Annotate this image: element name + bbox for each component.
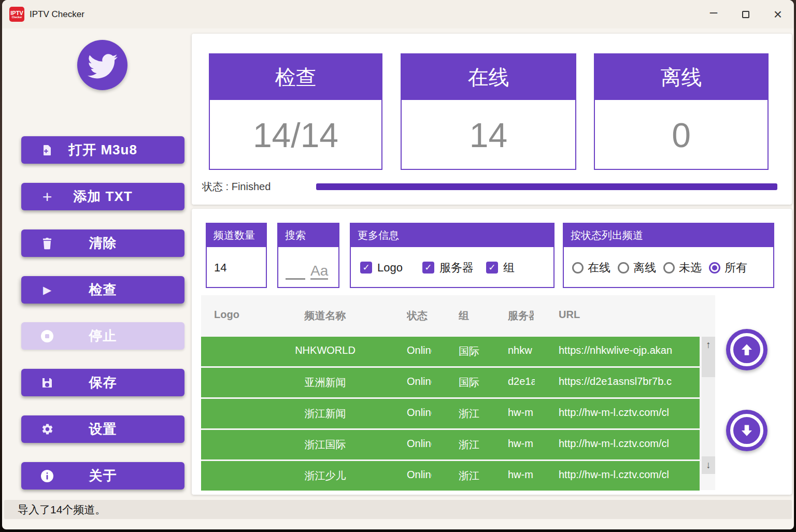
arrow-down-circle-icon [730,414,763,447]
cell-url: https://nhkwlive-ojp.akan [559,344,700,356]
progress-bar-fill [316,183,777,190]
app-logo-subtext: Checker [12,16,22,19]
cell-server: hw-m [508,407,535,419]
cell-url: http://hw-m-l.cztv.com/cl [559,469,700,481]
search-input[interactable] [286,267,305,280]
checkbox-logo-label: Logo [377,261,403,275]
stat-card-offline: 离线 0 [594,53,769,170]
checkbox-group-label: 组 [503,260,515,276]
status-filter-box: 按状态列出频道 在线 离线 未选 所有 [563,223,774,288]
add-txt-label: 添加 TXT [73,188,132,206]
save-icon [40,376,54,390]
stop-icon [40,329,54,343]
column-header-name[interactable]: 频道名称 [259,309,391,323]
radio-icon[interactable] [572,262,584,274]
checkbox-checked-icon[interactable]: ✓ [360,262,372,274]
window-title: IPTV Checker [30,9,84,20]
cell-name: 浙江国际 [259,438,391,452]
cell-status: Online [407,438,432,450]
scrollbar-down-button[interactable]: ↓ [702,456,715,474]
save-button[interactable]: 保存 [21,369,184,396]
add-txt-button[interactable]: + 添加 TXT [21,183,184,210]
save-label: 保存 [89,373,117,392]
status-filter-title: 按状态列出频道 [564,224,773,247]
cell-group: 浙江 [459,407,484,421]
scroll-top-button[interactable] [726,329,767,370]
radio-all[interactable]: 所有 [709,260,747,276]
scrollbar-up-button[interactable]: ↑ [702,337,715,377]
maximize-button[interactable] [730,0,762,28]
app-window: IPTV Checker IPTV Checker – × 打开 M3u8 + … [2,0,794,529]
checkbox-logo[interactable]: ✓ Logo [360,261,403,275]
cell-group: 国际 [459,344,484,358]
stat-card-offline-title: 离线 [595,54,767,100]
radio-selected-icon[interactable] [709,262,720,274]
checkbox-server[interactable]: ✓ 服务器 [422,260,474,276]
column-header-logo[interactable]: Logo [214,309,261,321]
search-box: 搜索 Aa [277,223,339,288]
settings-button[interactable]: 设置 [21,415,184,443]
table-scrollbar[interactable]: ↑ ↓ [702,337,715,474]
progress-bar [316,183,777,190]
trash-icon [40,236,54,251]
cell-group: 国际 [459,376,484,390]
stop-label: 停止 [89,327,117,345]
cell-status: Online [407,376,432,387]
radio-all-label: 所有 [724,260,747,276]
status-bar: 导入了14个频道。 [4,500,792,519]
close-icon: × [774,6,782,23]
app-logo-icon: IPTV Checker [9,7,24,22]
minimize-button[interactable]: – [698,0,730,28]
column-header-group[interactable]: 组 [459,309,484,323]
radio-online[interactable]: 在线 [572,260,610,276]
cell-name: 亚洲新闻 [259,376,391,390]
cell-url: http://hw-m-l.cztv.com/cl [559,407,700,419]
radio-unselected[interactable]: 未选 [663,260,702,276]
cell-name: 浙江少儿 [259,469,391,483]
match-case-icon[interactable]: Aa [310,263,328,280]
stat-card-online: 在线 14 [401,53,576,170]
open-m3u8-label: 打开 M3u8 [68,141,137,159]
maximize-icon [742,11,749,18]
stat-card-offline-value: 0 [595,100,767,170]
cell-group: 浙江 [459,469,484,483]
radio-icon[interactable] [618,262,629,274]
cell-status: Online [407,407,432,419]
scroll-bottom-button[interactable] [726,410,767,451]
checkbox-checked-icon[interactable]: ✓ [422,262,434,274]
open-m3u8-button[interactable]: 打开 M3u8 [21,136,184,164]
clear-button[interactable]: 清除 [21,229,184,257]
column-header-server[interactable]: 服务器 [508,309,534,323]
column-header-url[interactable]: URL [559,309,621,321]
play-icon: ▶ [40,283,54,297]
cell-url: http://hw-m-l.cztv.com/cl [559,438,700,450]
stat-card-checked-title: 检查 [210,54,381,100]
status-bar-message: 导入了14个频道。 [4,502,106,517]
checkbox-group[interactable]: ✓ 组 [486,260,515,276]
radio-icon[interactable] [663,262,675,274]
about-button[interactable]: 关于 [21,462,184,490]
arrow-down-icon: ↓ [706,459,711,471]
cell-status: Online [407,469,432,481]
column-header-status[interactable]: 状态 [407,309,433,323]
check-button[interactable]: ▶ 检查 [21,276,184,304]
check-label: 检查 [89,281,117,299]
twitter-logo [77,40,127,90]
cell-status: Online [407,344,432,356]
table-row[interactable]: 浙江国际 Online 浙江 hw-m http://hw-m-l.cztv.c… [201,430,700,459]
info-icon [40,469,54,483]
stats-panel: 检查 14/14 在线 14 离线 0 状态 : Finished [192,34,792,205]
cell-server: d2e1a [508,376,535,387]
arrow-up-icon: ↑ [706,339,711,351]
table-row[interactable]: NHKWORLD Online 国际 nhkw https://nhkwlive… [201,337,700,366]
radio-online-label: 在线 [588,260,610,276]
radio-offline[interactable]: 离线 [618,260,656,276]
checkbox-checked-icon[interactable]: ✓ [486,262,498,274]
table-row[interactable]: 亚洲新闻 Online 国际 d2e1a https://d2e1asnsl7b… [201,368,700,397]
stop-button: 停止 [21,322,184,350]
table-row[interactable]: 浙江少儿 Online 浙江 hw-m http://hw-m-l.cztv.c… [201,461,700,491]
table-header-row: Logo 频道名称 状态 组 服务器 URL [201,295,700,336]
close-button[interactable]: × [762,0,794,28]
table-row[interactable]: 浙江新闻 Online 浙江 hw-m http://hw-m-l.cztv.c… [201,399,700,428]
channel-table: Logo 频道名称 状态 组 服务器 URL NHKWORLD Online 国… [201,295,715,490]
